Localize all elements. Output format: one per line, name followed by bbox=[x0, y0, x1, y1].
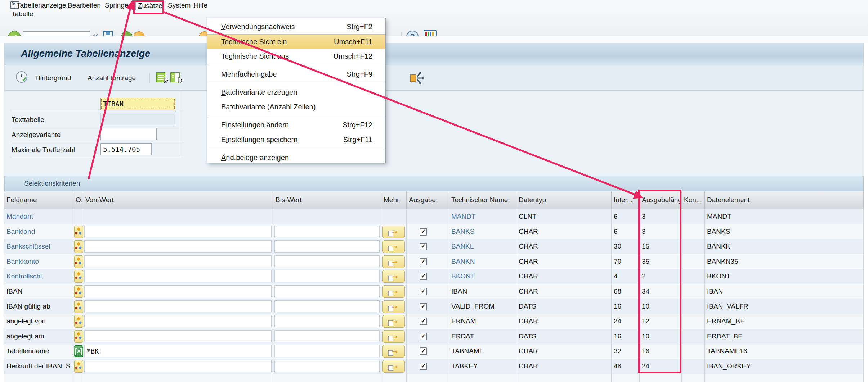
menu-item-technische-sicht-aus[interactable]: Technische Sicht ausUmsch+F12 bbox=[207, 49, 385, 64]
select-options-icon[interactable]: ◆◆◆ bbox=[74, 300, 83, 313]
mehr-button[interactable]: → bbox=[382, 255, 405, 268]
bis-wert-input[interactable] bbox=[274, 330, 380, 342]
ausgabe-checkbox[interactable]: ✓ bbox=[420, 333, 427, 340]
menu-item-mehrfacheingabe[interactable]: MehrfacheingabeStrg+F9 bbox=[207, 67, 385, 82]
menu-bearbeiten[interactable]: Bearbeiten bbox=[68, 1, 101, 10]
column-header-von-wert[interactable]: Von-Wert bbox=[83, 191, 273, 209]
cell-op: ◆◆◆ bbox=[73, 239, 83, 254]
feldname-label: Tabellenname bbox=[4, 344, 73, 355]
column-header-bis-wert[interactable]: Bis-Wert bbox=[273, 191, 381, 209]
bis-wert-input[interactable] bbox=[274, 360, 380, 372]
bis-wert-input[interactable] bbox=[274, 270, 380, 282]
execute-clock-icon[interactable]: ✓ bbox=[16, 71, 29, 84]
mehr-button[interactable]: → bbox=[382, 360, 405, 373]
column-header-datentyp[interactable]: Datentyp bbox=[516, 191, 612, 209]
column-header-technischer-name[interactable]: Technischer Name bbox=[449, 191, 516, 209]
page-title: Allgemeine Tabellenanzeige bbox=[21, 48, 150, 59]
select-options-icon[interactable]: ◆◆◆ bbox=[74, 255, 83, 268]
select-options-icon[interactable]: ◆◆◆ bbox=[74, 240, 83, 253]
hintergrund-button[interactable]: Hintergrund bbox=[35, 74, 71, 82]
cell-kon bbox=[682, 329, 705, 344]
ausgabe-checkbox[interactable]: ✓ bbox=[420, 363, 427, 370]
mehr-button[interactable]: → bbox=[382, 226, 405, 238]
von-wert-input[interactable] bbox=[84, 300, 272, 313]
select-options-icon[interactable]: ◆◆◆ bbox=[74, 315, 83, 328]
cell-typ: DATS bbox=[516, 329, 612, 344]
select-options-icon[interactable]: ◆◆◆ bbox=[74, 270, 83, 283]
tabelle-field[interactable]: TIBAN bbox=[100, 98, 175, 110]
ausgabe-checkbox[interactable]: ✓ bbox=[420, 243, 427, 250]
bis-wert-input[interactable] bbox=[274, 240, 380, 253]
column-header-feldname[interactable]: Feldname bbox=[4, 191, 73, 209]
table-contents-icon[interactable] bbox=[156, 72, 169, 86]
column-header-datenelement[interactable]: Datenelement bbox=[705, 191, 864, 209]
ausgabe-checkbox[interactable]: ✓ bbox=[420, 347, 427, 355]
mehr-button[interactable]: → bbox=[382, 330, 405, 343]
window-gap bbox=[0, 36, 868, 43]
bis-wert-input[interactable] bbox=[274, 315, 380, 327]
menu-system[interactable]: System bbox=[168, 1, 191, 10]
menu-item-änd-belege-anzeigen[interactable]: Änd.belege anzeigen bbox=[207, 150, 385, 165]
field-label-anzeigevariante: Anzeigevariante bbox=[12, 131, 61, 139]
cell-tech: BKONT bbox=[449, 269, 516, 284]
mehr-button[interactable]: → bbox=[382, 270, 405, 283]
mehr-button[interactable]: → bbox=[382, 300, 405, 313]
table-contents-alt-icon[interactable] bbox=[170, 72, 183, 86]
cell-bis bbox=[273, 329, 381, 344]
bis-wert-input[interactable] bbox=[274, 345, 380, 357]
von-wert-input[interactable] bbox=[84, 315, 272, 327]
von-wert-input[interactable] bbox=[84, 255, 272, 268]
column-header-kon[interactable]: Kon... bbox=[682, 191, 705, 209]
cell-text-ilen: 32 bbox=[612, 344, 639, 355]
ausgabe-checkbox[interactable]: ✓ bbox=[420, 303, 427, 310]
column-header-ausgabe[interactable]: Ausgabe bbox=[407, 191, 449, 209]
menu-tabellenanzeige[interactable]: Tabellenanzeige bbox=[17, 1, 66, 10]
feldname-label: angelegt am bbox=[4, 329, 73, 340]
menu-item-technische-sicht-ein[interactable]: Technische Sicht einUmsch+F11 bbox=[207, 34, 385, 49]
expand-field-icon[interactable] bbox=[410, 71, 425, 86]
bis-wert-input[interactable] bbox=[274, 255, 380, 268]
von-wert-input[interactable]: *BK bbox=[84, 345, 272, 357]
cell-tech: ERDAT bbox=[449, 329, 516, 344]
ausgabe-checkbox[interactable]: ✓ bbox=[420, 318, 427, 325]
cell-text-ilen: 68 bbox=[612, 284, 639, 295]
exclude-selection-icon[interactable]: ✕ bbox=[74, 345, 84, 357]
mehr-button[interactable]: → bbox=[382, 240, 405, 253]
menu-item-einstellungen-speichern[interactable]: Einstellungen speichernStrg+F11 bbox=[207, 132, 385, 147]
ausgabe-checkbox[interactable]: ✓ bbox=[420, 288, 427, 295]
cell-von bbox=[83, 239, 273, 254]
von-wert-input[interactable] bbox=[84, 285, 272, 297]
bis-wert-input[interactable] bbox=[274, 300, 380, 313]
ausgabe-checkbox[interactable]: ✓ bbox=[420, 228, 427, 236]
anzeigevariante-field[interactable] bbox=[100, 128, 157, 140]
cell-von bbox=[83, 269, 273, 284]
technischer-name: ERDAT bbox=[449, 329, 516, 340]
cell-empty bbox=[640, 374, 682, 382]
select-options-icon[interactable]: ◆◆◆ bbox=[74, 330, 83, 343]
menu-item-verwendungsnachweis[interactable]: VerwendungsnachweisStrg+F2 bbox=[207, 19, 385, 34]
cell-mehr: → bbox=[381, 329, 407, 344]
von-wert-input[interactable] bbox=[84, 240, 272, 253]
column-header-mehr[interactable]: Mehr bbox=[381, 191, 407, 209]
column-header-o[interactable]: O. bbox=[73, 191, 83, 209]
von-wert-input[interactable] bbox=[84, 270, 272, 282]
select-options-icon[interactable]: ◆◆◆ bbox=[74, 360, 83, 373]
mehr-button[interactable]: → bbox=[382, 345, 405, 358]
mehr-button[interactable]: → bbox=[382, 315, 405, 328]
mehr-button[interactable]: → bbox=[382, 285, 405, 298]
maximale-trefferzahl-field[interactable]: 5.514.705 bbox=[100, 143, 152, 155]
menu-item-einstellungen-ändern[interactable]: Einstellungen ändernStrg+F12 bbox=[207, 118, 385, 132]
menu-hilfe[interactable]: Hilfe bbox=[194, 1, 207, 10]
von-wert-input[interactable] bbox=[84, 360, 272, 372]
ausgabe-checkbox[interactable]: ✓ bbox=[420, 273, 427, 280]
menu-item-batchvariante-anzahl-zeilen[interactable]: Batchvariante (Anzahl Zeilen) bbox=[207, 100, 385, 114]
diamond-glyph: ◆ bbox=[79, 320, 81, 325]
select-options-icon[interactable]: ◆◆◆ bbox=[74, 285, 83, 298]
bis-wert-input[interactable] bbox=[274, 285, 380, 297]
von-wert-input[interactable] bbox=[84, 226, 272, 238]
ausgabe-checkbox[interactable]: ✓ bbox=[420, 258, 427, 265]
select-options-icon[interactable]: ◆◆◆ bbox=[74, 226, 83, 238]
bis-wert-input[interactable] bbox=[274, 226, 380, 238]
cell-empty bbox=[381, 374, 407, 382]
von-wert-input[interactable] bbox=[84, 330, 272, 342]
